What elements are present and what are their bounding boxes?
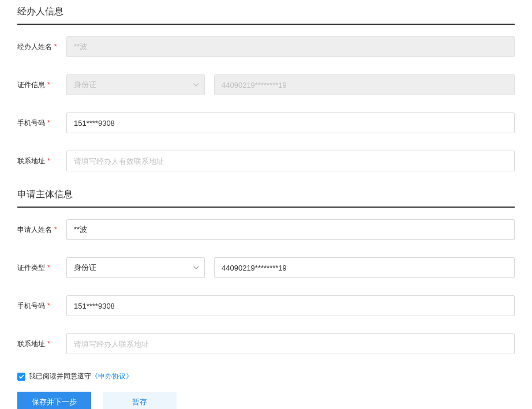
applicant-id-type-label: 证件类型* <box>17 263 66 273</box>
handler-name-label: 经办人姓名* <box>17 42 66 52</box>
applicant-id-type-value: 身份证 <box>74 262 96 273</box>
agreement-row: 我已阅读并同意遵守 《申办协议》 <box>17 372 515 381</box>
handler-id-type-value: 身份证 <box>74 80 96 90</box>
handler-section-title: 经办人信息 <box>17 6 515 25</box>
applicant-address-row: 联系地址* <box>17 333 515 354</box>
save-next-button[interactable]: 保存并下一步 <box>17 392 91 409</box>
handler-address-row: 联系地址* <box>17 151 515 171</box>
applicant-section-title: 申请主体信息 <box>17 189 515 208</box>
required-mark: * <box>47 264 50 272</box>
handler-address-input[interactable] <box>66 151 515 171</box>
agreement-text: 我已阅读并同意遵守 <box>29 372 91 381</box>
handler-id-type-select: 身份证 <box>66 74 205 95</box>
applicant-phone-row: 手机号码* <box>17 295 515 316</box>
handler-id-number-input <box>214 74 515 95</box>
handler-name-input <box>66 36 515 57</box>
applicant-address-input[interactable] <box>66 333 515 354</box>
required-mark: * <box>47 119 50 127</box>
handler-id-label: 证件信息* <box>17 80 66 90</box>
applicant-id-row: 证件类型* 身份证 <box>17 257 515 278</box>
required-mark: * <box>47 302 50 310</box>
button-row: 保存并下一步 暂存 <box>17 392 515 409</box>
required-mark: * <box>54 43 57 51</box>
agreement-link[interactable]: 《申办协议》 <box>91 372 133 381</box>
applicant-address-label: 联系地址* <box>17 339 66 349</box>
applicant-id-number-input[interactable] <box>214 257 515 278</box>
required-mark: * <box>54 226 57 234</box>
handler-name-row: 经办人姓名* <box>17 36 515 57</box>
required-mark: * <box>47 81 50 89</box>
agreement-checkbox[interactable] <box>17 373 25 381</box>
required-mark: * <box>47 157 50 165</box>
handler-id-row: 证件信息* 身份证 <box>17 74 515 95</box>
applicant-name-label: 申请人姓名* <box>17 225 66 235</box>
handler-phone-input[interactable] <box>66 112 515 133</box>
handler-phone-label: 手机号码* <box>17 118 66 128</box>
applicant-id-type-select[interactable]: 身份证 <box>66 257 205 278</box>
required-mark: * <box>47 340 50 348</box>
check-icon <box>18 374 24 380</box>
applicant-name-input[interactable] <box>66 219 515 240</box>
draft-button[interactable]: 暂存 <box>103 392 177 409</box>
handler-phone-row: 手机号码* <box>17 112 515 133</box>
applicant-phone-input[interactable] <box>66 295 515 316</box>
applicant-name-row: 申请人姓名* <box>17 219 515 240</box>
applicant-phone-label: 手机号码* <box>17 301 66 311</box>
handler-address-label: 联系地址* <box>17 156 66 166</box>
